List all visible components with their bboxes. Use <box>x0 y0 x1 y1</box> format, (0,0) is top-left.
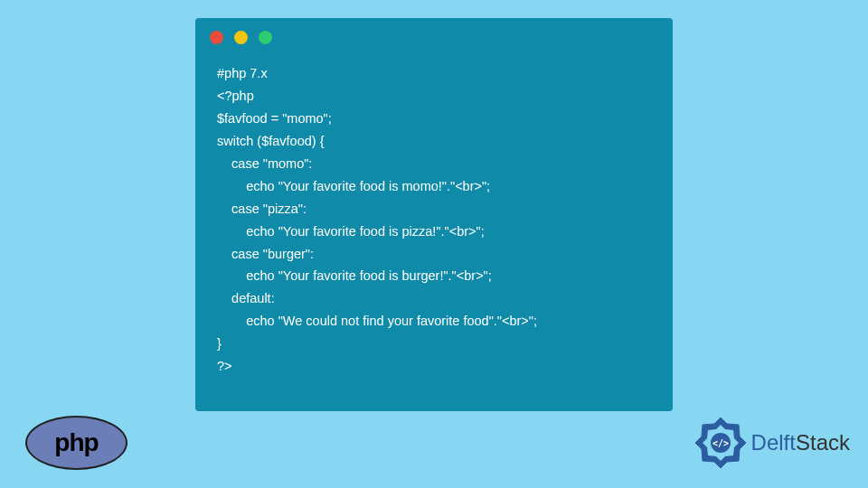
delftstack-logo: </> DelftStack <box>693 416 850 470</box>
php-logo-text: php <box>54 428 98 457</box>
delft-text: Delft <box>751 430 796 455</box>
maximize-icon <box>259 31 272 44</box>
code-content: #php 7.x <?php $favfood = "momo"; switch… <box>195 57 673 383</box>
svg-text:</>: </> <box>712 438 729 448</box>
delftstack-text: DelftStack <box>751 430 850 455</box>
stack-text: Stack <box>796 430 850 455</box>
close-icon <box>210 31 223 44</box>
window-controls <box>195 18 673 57</box>
minimize-icon <box>234 31 248 44</box>
delftstack-icon: </> <box>693 416 748 470</box>
code-window: #php 7.x <?php $favfood = "momo"; switch… <box>195 18 673 411</box>
php-logo: php <box>25 416 127 470</box>
